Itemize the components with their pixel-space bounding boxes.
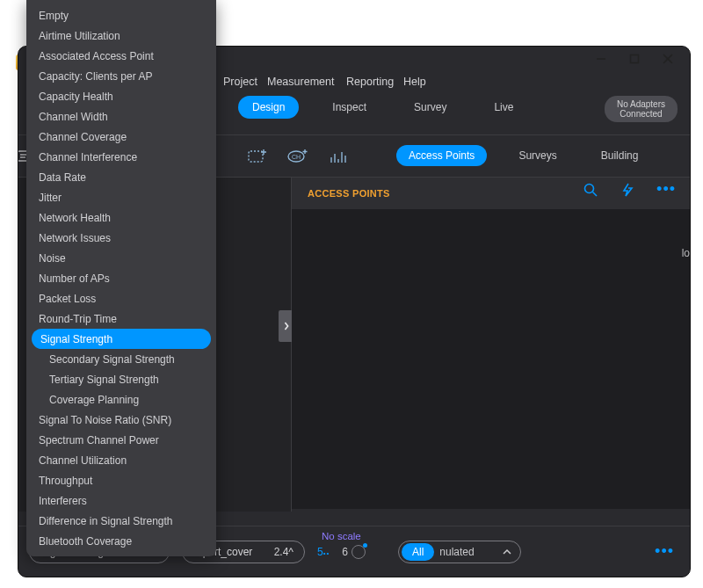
mode-tab-live[interactable]: Live [480,96,527,119]
band-5[interactable]: 5•• [317,546,330,558]
window-close-button[interactable] [662,53,674,65]
dropdown-item[interactable]: Channel Utilization [26,450,216,470]
dropdown-item[interactable]: Associated Access Point [26,46,216,66]
network-sim-text: nulated [439,546,474,558]
dropdown-item[interactable]: Round-Trip Time [26,309,216,329]
no-scale-label[interactable]: No scale [322,531,361,541]
dropdown-item[interactable]: Difference in Signal Strength [26,511,216,531]
dropdown-item[interactable]: Data Rate [26,167,216,187]
auto-icon[interactable] [620,182,635,198]
adapter-line1: No Adapters [617,99,665,109]
add-ap-icon[interactable] [247,147,268,166]
svg-text:CH: CH [292,154,301,160]
adapter-line2: Connected [617,109,665,119]
dropdown-item[interactable]: Secondary Signal Strength [26,349,216,369]
menu-help[interactable]: Help [403,76,426,88]
dropdown-item[interactable]: Packet Loss [26,288,216,309]
desktop: Fil Edit View Map Project Measurement Re… [0,0,703,588]
right-pane-body [292,209,690,509]
svg-rect-1 [631,55,639,63]
tab-surveys[interactable]: Surveys [506,145,569,166]
menu-measurement[interactable]: Measurement [267,76,334,88]
report-pill-value: 2.4^ [274,546,294,558]
band-6-indicator-icon [352,545,366,559]
dropdown-item[interactable]: Tertiary Signal Strength [26,369,216,389]
visualization-dropdown[interactable]: EmptyAirtime UtilizationAssociated Acces… [26,0,216,556]
bottom-more-icon[interactable]: ••• [655,542,674,561]
dropdown-item[interactable]: Channel Interference [26,147,216,167]
svg-point-19 [585,184,594,192]
dropdown-item[interactable]: Network Health [26,207,216,228]
menu-reporting[interactable]: Reporting [346,76,394,88]
dropdown-item[interactable]: Number of APs [26,268,216,288]
dropdown-item[interactable]: Channel Width [26,106,216,127]
truncated-text: lo [682,247,690,259]
tab-access-points[interactable]: Access Points [396,145,487,166]
search-icon[interactable] [583,182,598,198]
mode-tabs: Design Inspect Survey Live [238,96,527,119]
channel-icon[interactable]: CH [287,147,308,166]
dropdown-item[interactable]: Spectrum Channel Power [26,430,216,450]
sub-tabs: Access Points Surveys Building [396,145,650,166]
band-6[interactable]: 6 [342,545,366,559]
chevron-up-icon [503,546,511,558]
bars-icon[interactable] [328,147,349,166]
dropdown-item[interactable]: Coverage Planning [26,389,216,410]
dropdown-item[interactable]: Interferers [26,490,216,511]
dropdown-item[interactable]: Signal To Noise Ratio (SNR) [26,410,216,430]
right-pane-actions: ••• [583,180,676,199]
toolbar-icons: CH [247,141,349,172]
dropdown-item[interactable]: Throughput [26,470,216,490]
dropdown-item[interactable]: Channel Coverage [26,127,216,147]
window-maximize-button[interactable] [628,53,641,65]
dropdown-item[interactable]: Airtime Utilization [26,25,216,46]
menu-project[interactable]: Project [223,76,257,88]
band-6-num: 6 [342,546,348,558]
dropdown-item[interactable]: Capacity Health [26,86,216,106]
svg-rect-7 [249,151,263,162]
dropdown-item[interactable]: Empty [26,5,216,25]
dropdown-item[interactable]: Signal Strength [32,329,211,349]
svg-line-20 [593,192,598,196]
dropdown-item[interactable]: Network Issues [26,228,216,248]
dropdown-item[interactable]: Capacity: Clients per AP [26,66,216,86]
dropdown-item[interactable]: Jitter [26,187,216,207]
window-minimize-button[interactable] [595,53,607,65]
right-pane-title: ACCESS POINTS [308,188,390,199]
dropdown-item[interactable]: Noise [26,248,216,268]
adapter-status-pill[interactable]: No Adapters Connected [605,96,678,122]
mode-tab-survey[interactable]: Survey [400,96,460,119]
dropdown-item[interactable]: Bluetooth Coverage [26,531,216,551]
network-pill[interactable]: All nulated [398,541,521,563]
mode-tab-design[interactable]: Design [238,96,299,119]
mode-tab-inspect[interactable]: Inspect [318,96,380,119]
network-all-chip[interactable]: All [402,543,434,561]
more-icon[interactable]: ••• [656,180,676,199]
tab-building[interactable]: Building [589,145,651,166]
band-5-num: 5 [317,546,323,558]
